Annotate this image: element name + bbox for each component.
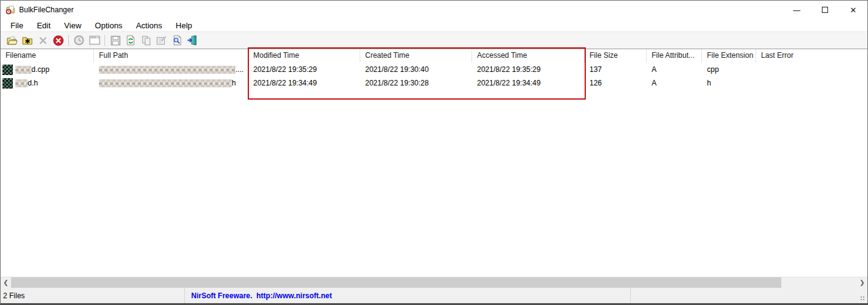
file-size: 126 [585,76,647,90]
scroll-right-arrow[interactable]: ❯ [857,277,867,288]
created-time: 2021/8/22 19:30:40 [360,63,472,76]
add-folder-button[interactable]: ✱ [20,33,35,48]
maximize-button[interactable] [811,1,839,19]
execute-window-button[interactable] [87,33,102,48]
menu-actions[interactable]: Actions [129,20,169,31]
execute-window-icon [89,36,100,45]
accessed-time: 2021/8/22 19:34:49 [472,76,585,90]
change-time-button[interactable] [71,33,87,48]
filename-text: d.h [28,76,38,90]
save-button[interactable] [108,33,123,48]
refresh-button[interactable] [123,33,138,48]
censored-filename [15,66,31,74]
maximize-icon [822,7,828,13]
resize-grip[interactable] [860,296,866,301]
clear-list-icon [53,35,64,46]
remove-file-icon [38,36,48,46]
app-icon [6,5,15,15]
col-header-filesize[interactable]: File Size [585,49,647,63]
copy-button[interactable] [138,33,154,48]
table-row[interactable]: d.cpp .... 2021/8/22 19:35:29 2021/8/22 … [1,63,867,76]
censored-path [99,79,232,87]
find-button[interactable] [169,33,184,48]
remove-file-button[interactable] [35,33,50,48]
col-header-accessed[interactable]: Accessed Time [472,49,585,63]
list-header: Filename Full Path Modified Time Created… [1,49,867,63]
file-list: Filename Full Path Modified Time Created… [1,49,867,277]
created-time: 2021/8/22 19:30:28 [360,76,472,90]
file-extension: h [702,76,756,90]
title-bar: BulkFileChanger — ✕ [1,1,867,19]
refresh-icon [126,35,136,46]
scroll-left-arrow[interactable]: ❮ [1,277,11,288]
svg-text:✱: ✱ [24,37,30,44]
modified-time: 2021/8/22 19:34:49 [248,76,360,90]
nirsoft-link[interactable]: NirSoft Freeware. http://www.nirsoft.net [191,291,332,300]
exit-button[interactable] [184,33,200,48]
open-files-icon [7,36,18,46]
find-icon [172,35,182,46]
file-attributes: A [647,76,702,90]
col-header-modified[interactable]: Modified Time [248,49,360,63]
last-error [756,76,867,90]
copy-icon [141,36,151,46]
scrollbar-thumb[interactable] [11,277,781,288]
files-count: 2 Files [1,288,185,303]
filename-text: d.cpp [31,63,49,76]
col-header-attributes[interactable]: File Attribut... [647,49,702,63]
path-text: .... [235,63,243,76]
col-header-lasterror[interactable]: Last Error [756,49,867,63]
menu-edit[interactable]: Edit [30,20,57,31]
toolbar: ✱ [1,32,867,49]
horizontal-scrollbar[interactable]: ❮ ❯ [1,277,867,288]
file-extension: cpp [702,63,756,76]
toolbar-separator [105,35,105,46]
last-error [756,63,867,76]
change-time-icon [74,35,84,46]
path-text: h [232,76,236,90]
col-header-created[interactable]: Created Time [360,49,472,63]
file-type-icon [2,78,13,89]
menu-bar: File Edit View Options Actions Help [1,19,867,32]
clear-list-button[interactable] [50,33,66,48]
save-icon [111,36,120,46]
col-header-fullpath[interactable]: Full Path [94,49,248,63]
menu-options[interactable]: Options [88,20,129,31]
censored-path [99,66,235,74]
file-size: 137 [585,63,647,76]
toolbar-separator [68,35,69,46]
add-folder-icon: ✱ [22,36,33,46]
open-files-button[interactable] [4,33,20,48]
col-header-extension[interactable]: File Extension [702,49,756,63]
censored-filename [15,79,28,87]
menu-view[interactable]: View [57,20,88,31]
file-properties-icon [156,36,167,46]
file-attributes: A [647,63,702,76]
table-row[interactable]: d.h h 2021/8/22 19:34:49 2021/8/22 19:30… [1,76,867,90]
close-button[interactable]: ✕ [839,1,867,19]
accessed-time: 2021/8/22 19:35:29 [472,63,585,76]
file-properties-button[interactable] [154,33,169,48]
file-type-icon [2,65,13,75]
minimize-button[interactable]: — [783,1,811,19]
menu-help[interactable]: Help [169,20,199,31]
col-header-filename[interactable]: Filename [1,49,94,63]
status-bar: 2 Files NirSoft Freeware. http://www.nir… [1,288,867,303]
modified-time: 2021/8/22 19:35:29 [248,63,360,76]
menu-file[interactable]: File [4,20,30,31]
exit-icon [187,35,197,46]
window-title: BulkFileChanger [19,6,74,14]
app-window: BulkFileChanger — ✕ File Edit View Optio… [0,0,868,305]
